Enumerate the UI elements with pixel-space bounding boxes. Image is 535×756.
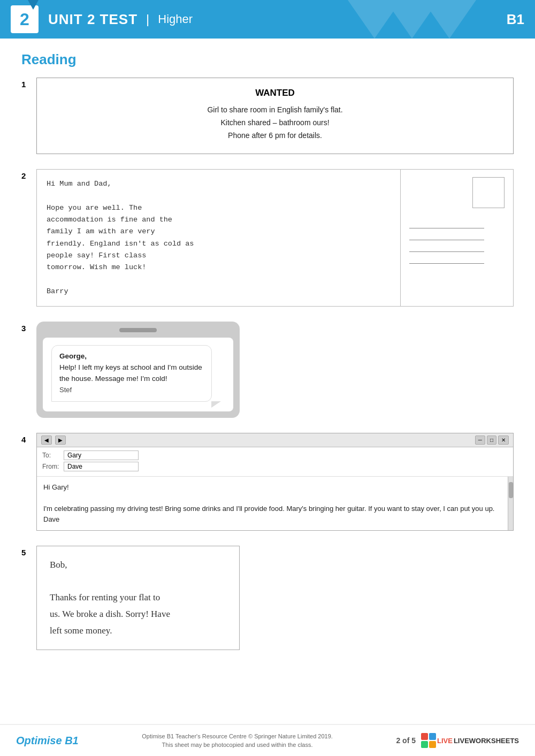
message-bubble: George, Help! I left my keys at school a… xyxy=(51,345,212,402)
email-toolbar-right: ─ □ ✕ xyxy=(475,436,509,445)
svg-rect-4 xyxy=(421,733,428,740)
address-line-4 xyxy=(409,257,484,264)
footer-brand: Optimise B1 xyxy=(16,735,79,747)
message-sender: Stef xyxy=(59,386,72,394)
email-minimize-btn[interactable]: ─ xyxy=(475,436,485,445)
item-1-number: 1 xyxy=(21,78,36,89)
email-body: Hi Gary! I'm celebrating passing my driv… xyxy=(37,477,513,531)
email-box: ◀ ▶ ─ □ ✕ To: Gary From: Dave xyxy=(36,433,514,531)
email-sign: Dave xyxy=(43,514,507,525)
email-fields: To: Gary From: Dave xyxy=(37,447,513,477)
email-body-wrapper: Hi Gary! I'm celebrating passing my driv… xyxy=(37,477,513,531)
footer-copyright-line2: This sheet may be photocopied and used w… xyxy=(79,740,396,750)
message-text: Help! I left my keys at school and I'm o… xyxy=(59,363,202,383)
item-4-content: ◀ ▶ ─ □ ✕ To: Gary From: Dave xyxy=(36,433,514,531)
main-content: Reading 1 WANTED Girl to share room in E… xyxy=(0,39,535,708)
item-3-content: George, Help! I left my keys at school a… xyxy=(36,322,514,418)
email-back-btn[interactable]: ◀ xyxy=(41,436,52,445)
email-toolbar: ◀ ▶ ─ □ ✕ xyxy=(37,433,513,447)
address-lines xyxy=(409,222,505,264)
section-title: Reading xyxy=(21,51,514,68)
phone-bar-indicator xyxy=(119,328,157,332)
email-from-value: Dave xyxy=(64,462,139,471)
email-from-label: From: xyxy=(42,463,64,470)
email-close-btn[interactable]: ✕ xyxy=(498,436,509,445)
svg-marker-2 xyxy=(423,0,476,39)
postcard-right xyxy=(401,170,513,306)
email-maximize-btn[interactable]: □ xyxy=(487,436,496,445)
phone-box: George, Help! I left my keys at school a… xyxy=(36,322,240,418)
item-1-content: WANTED Girl to share room in English fam… xyxy=(36,78,514,154)
svg-rect-7 xyxy=(429,741,436,748)
svg-marker-3 xyxy=(28,0,39,10)
item-5-wrapper: 5 Bob, Thanks for renting your flat to u… xyxy=(21,546,514,650)
address-line-2 xyxy=(409,234,484,240)
footer-copyright-line1: Optimise B1 Teacher's Resource Centre © … xyxy=(79,732,396,741)
item-3-wrapper: 3 George, Help! I left my keys at school… xyxy=(21,322,514,418)
item-3-number: 3 xyxy=(21,322,36,333)
page-header: 2 UNIT 2 TEST | Higher B1 xyxy=(0,0,535,39)
postcard-box: Hi Mum and Dad, Hope you are well. The a… xyxy=(36,169,514,307)
notice-line-1: Girl to share room in English family's f… xyxy=(53,104,497,117)
email-greeting: Hi Gary! xyxy=(43,482,507,493)
item-1-wrapper: 1 WANTED Girl to share room in English f… xyxy=(21,78,514,154)
email-to-value: Gary xyxy=(64,450,139,460)
email-content: I'm celebrating passing my driving test!… xyxy=(43,503,507,514)
email-to-row: To: Gary xyxy=(42,450,508,460)
footer-page: 2 of 5 xyxy=(396,736,416,745)
footer-copyright: Optimise B1 Teacher's Resource Centre © … xyxy=(79,732,396,750)
page-footer: Optimise B1 Optimise B1 Teacher's Resour… xyxy=(0,724,535,756)
notice-line-3: Phone after 6 pm for details. xyxy=(53,129,497,142)
item-4-wrapper: 4 ◀ ▶ ─ □ ✕ To: Gary xyxy=(21,433,514,531)
notice-line-2: Kitchen shared – bathroom ours! xyxy=(53,117,497,129)
email-to-label: To: xyxy=(42,452,64,459)
stamp-area xyxy=(472,177,505,208)
item-4-number: 4 xyxy=(21,433,36,444)
lw-live-text: LIVE xyxy=(437,737,453,745)
footer-right: 2 of 5 LIVELIVEWORKSHEETS xyxy=(396,733,519,748)
address-line-1 xyxy=(409,222,484,228)
lw-icon xyxy=(421,733,436,748)
item-2-wrapper: 2 Hi Mum and Dad, Hope you are well. The… xyxy=(21,169,514,307)
postcard-text: Hi Mum and Dad, Hope you are well. The a… xyxy=(37,170,401,306)
svg-rect-5 xyxy=(429,733,436,740)
item-2-number: 2 xyxy=(21,169,36,180)
phone-top-bar xyxy=(43,328,233,332)
item-5-content: Bob, Thanks for renting your flat to us.… xyxy=(36,546,514,650)
notice-heading: WANTED xyxy=(53,88,497,98)
email-from-row: From: Dave xyxy=(42,462,508,471)
item-2-content: Hi Mum and Dad, Hope you are well. The a… xyxy=(36,169,514,307)
lw-worksheets-text: LIVEWORKSHEETS xyxy=(454,737,519,745)
notice-box: WANTED Girl to share room in English fam… xyxy=(36,78,514,154)
liveworksheets-logo: LIVELIVEWORKSHEETS xyxy=(421,733,519,748)
svg-rect-6 xyxy=(421,741,428,748)
address-line-3 xyxy=(409,246,484,252)
message-recipient: George, xyxy=(59,352,87,360)
phone-screen: George, Help! I left my keys at school a… xyxy=(43,338,233,411)
note-box: Bob, Thanks for renting your flat to us.… xyxy=(36,546,240,650)
email-forward-btn[interactable]: ▶ xyxy=(55,436,66,445)
item-5-number: 5 xyxy=(21,546,36,557)
